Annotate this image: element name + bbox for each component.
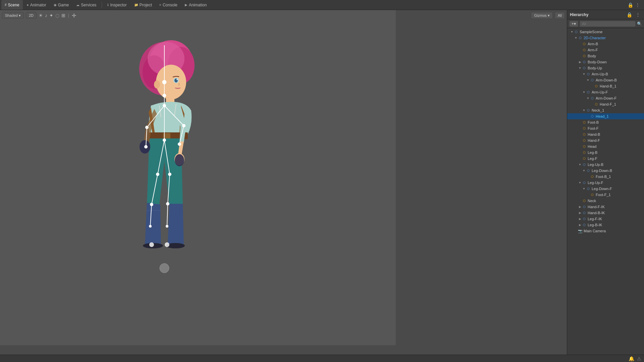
tree-item-samplescene[interactable]: ⬡ SampleScene xyxy=(567,29,644,35)
tree-item-foot-f[interactable]: ⬡ Foot-F xyxy=(567,125,644,131)
scene-view[interactable]: Shaded ▾ 2D ☀ ♪ ✦ ◌ ⊞ | ✛ Gizmos ▾ xyxy=(0,10,567,355)
arrow-arm-up-f[interactable] xyxy=(582,90,586,94)
tab-project[interactable]: 📁 Project xyxy=(131,0,155,10)
audio-icon[interactable]: ♪ xyxy=(45,13,47,18)
label-foot-f-1: Foot-F_1 xyxy=(596,193,611,197)
arrow-leg-f-ik[interactable] xyxy=(578,217,582,221)
tree-item-leg-b[interactable]: ⬡ Leg-B xyxy=(567,149,644,156)
tree-item-leg-b-ik[interactable]: ⬡ Leg-B-IK xyxy=(567,222,644,228)
hierarchy-tree[interactable]: ⬡ SampleScene ⬡ 2D-Character ⬡ Arm-B xyxy=(567,28,644,355)
label-hand-b-1: Hand-B_1 xyxy=(600,84,616,88)
tree-item-leg-down-f[interactable]: ⬡ Leg-Down-F xyxy=(567,186,644,192)
tree-item-hand-b-ik[interactable]: ⬡ Hand-B-IK xyxy=(567,210,644,216)
arrow-body-down[interactable] xyxy=(578,60,582,64)
tree-item-main-camera[interactable]: 📷 Main Camera xyxy=(567,228,644,234)
arrow-2dcharacter[interactable] xyxy=(574,36,578,40)
label-hand-f-ik: Hand-F-IK xyxy=(588,205,605,209)
mode-2d-button[interactable]: 2D xyxy=(26,12,37,19)
arrow-samplescene[interactable] xyxy=(570,30,574,34)
tree-item-hand-f[interactable]: ⬡ Hand-F xyxy=(567,137,644,143)
svg-point-7 xyxy=(154,80,160,88)
gizmos-button[interactable]: Gizmos ▾ xyxy=(531,12,552,19)
tree-item-arm-up-f[interactable]: ⬡ Arm-Up-F xyxy=(567,89,644,95)
panel-title: Hierarchy xyxy=(570,12,588,17)
tree-item-2dcharacter[interactable]: ⬡ 2D-Character xyxy=(567,35,644,41)
arrow-hand-b-ik[interactable] xyxy=(578,211,582,215)
tab-console[interactable]: ≡ Console xyxy=(156,0,181,10)
search-icon[interactable]: 🔍 xyxy=(637,21,642,26)
shading-dropdown[interactable]: Shaded ▾ xyxy=(2,12,24,19)
tree-item-arm-f[interactable]: ⬡ Arm-F xyxy=(567,47,644,53)
arrow-leg-down-f[interactable] xyxy=(582,187,586,190)
grid-icon[interactable]: ⊞ xyxy=(61,13,65,18)
tree-item-head-1[interactable]: ⬡ Head_1 xyxy=(567,113,644,119)
tree-item-leg-f[interactable]: ⬡ Leg-F xyxy=(567,156,644,162)
tree-item-neck[interactable]: ⬡ Neck xyxy=(567,198,644,204)
status-bar: 🔔 ⚠ xyxy=(0,355,644,362)
arrow-neck-1[interactable] xyxy=(582,109,586,112)
light-icon[interactable]: ☀ xyxy=(39,13,43,18)
tree-item-foot-f-1[interactable]: ⬡ Foot-F_1 xyxy=(567,192,644,198)
arrow-body-up[interactable] xyxy=(578,66,582,70)
label-neck: Neck xyxy=(588,199,596,203)
animator-icon: ● xyxy=(27,3,29,7)
tree-item-arm-up-b[interactable]: ⬡ Arm-Up-B xyxy=(567,71,644,77)
tree-item-arm-down-f[interactable]: ⬡ Arm-Down-F xyxy=(567,95,644,101)
tree-item-head[interactable]: ⬡ Head xyxy=(567,143,644,149)
tree-item-hand-b[interactable]: ⬡ Hand-B xyxy=(567,131,644,137)
arrow-leg-up-b[interactable] xyxy=(578,163,582,166)
tree-item-hand-f-1[interactable]: ⬡ Hand-F_1 xyxy=(567,101,644,107)
lock-icon[interactable]: 🔒 xyxy=(628,2,633,8)
tab-services[interactable]: ☁ Services xyxy=(73,0,100,10)
label-arm-down-b: Arm-Down-B xyxy=(596,78,617,82)
icon-body-up: ⬡ xyxy=(582,66,587,70)
label-arm-f: Arm-F xyxy=(588,48,598,52)
tree-item-arm-down-b[interactable]: ⬡ Arm-Down-B xyxy=(567,77,644,83)
arrow-hand-f-ik[interactable] xyxy=(578,205,582,208)
tab-animator[interactable]: ● Animator xyxy=(23,0,50,10)
all-button[interactable]: All xyxy=(555,12,565,19)
warning-icon[interactable]: ⚠ xyxy=(637,356,641,361)
add-button[interactable]: + ▾ xyxy=(569,21,578,27)
tree-item-body-up[interactable]: ⬡ Body-Up xyxy=(567,65,644,71)
tab-game[interactable]: ◉ Game xyxy=(50,0,72,10)
more-panel-button[interactable]: ⋮ xyxy=(635,12,641,18)
arrow-arm-up-b[interactable] xyxy=(582,72,586,76)
pivot-icon[interactable]: ✛ xyxy=(72,12,76,19)
tree-item-neck-1[interactable]: ⬡ Neck_1 xyxy=(567,107,644,113)
notification-icon[interactable]: 🔔 xyxy=(629,356,634,361)
tree-item-body[interactable]: ⬡ Body xyxy=(567,53,644,59)
arrow-leg-down-b[interactable] xyxy=(582,169,586,172)
hierarchy-search[interactable] xyxy=(580,21,636,27)
label-leg-down-b: Leg-Down-B xyxy=(592,169,612,173)
arrow-arm-down-f[interactable] xyxy=(586,97,590,100)
tree-item-foot-b[interactable]: ⬡ Foot-B xyxy=(567,119,644,125)
arrow-leg-b-ik[interactable] xyxy=(578,223,582,227)
label-body-up: Body-Up xyxy=(588,66,602,70)
tree-item-leg-up-b[interactable]: ⬡ Leg-Up-B xyxy=(567,162,644,168)
icon-foot-f: ⬡ xyxy=(582,126,587,131)
effects-icon[interactable]: ✦ xyxy=(49,13,53,18)
tree-item-leg-f-ik[interactable]: ⬡ Leg-F-IK xyxy=(567,216,644,222)
tab-animation[interactable]: ▶ Animation xyxy=(181,0,210,10)
tree-item-foot-b-1[interactable]: ⬡ Foot-B_1 xyxy=(567,174,644,180)
inspector-icon: ℹ xyxy=(107,3,109,7)
tree-item-leg-up-f[interactable]: ⬡ Leg-Up-F xyxy=(567,180,644,186)
icon-foot-f-1: ⬡ xyxy=(590,192,595,197)
tree-item-body-down[interactable]: ⬡ Body-Down xyxy=(567,59,644,65)
tree-item-arm-b[interactable]: ⬡ Arm-B xyxy=(567,41,644,47)
tree-item-hand-b-1[interactable]: ⬡ Hand-B_1 xyxy=(567,83,644,89)
label-leg-down-f: Leg-Down-F xyxy=(592,187,612,191)
tree-item-leg-down-b[interactable]: ⬡ Leg-Down-B xyxy=(567,168,644,174)
arrow-leg-up-f[interactable] xyxy=(578,181,582,184)
arrow-arm-down-b[interactable] xyxy=(586,78,590,82)
icon-hand-f-1: ⬡ xyxy=(594,102,599,107)
gizmos-label: Gizmos xyxy=(534,13,546,17)
tree-item-hand-f-ik[interactable]: ⬡ Hand-F-IK xyxy=(567,204,644,210)
lock-panel-button[interactable]: 🔒 xyxy=(626,12,633,18)
label-hand-f-1: Hand-F_1 xyxy=(600,102,616,106)
hidden-icon[interactable]: ◌ xyxy=(55,13,59,18)
more-icon[interactable]: ⋮ xyxy=(635,2,640,8)
tab-scene[interactable]: # Scene xyxy=(1,0,23,10)
tab-inspector[interactable]: ℹ Inspector xyxy=(104,0,130,10)
